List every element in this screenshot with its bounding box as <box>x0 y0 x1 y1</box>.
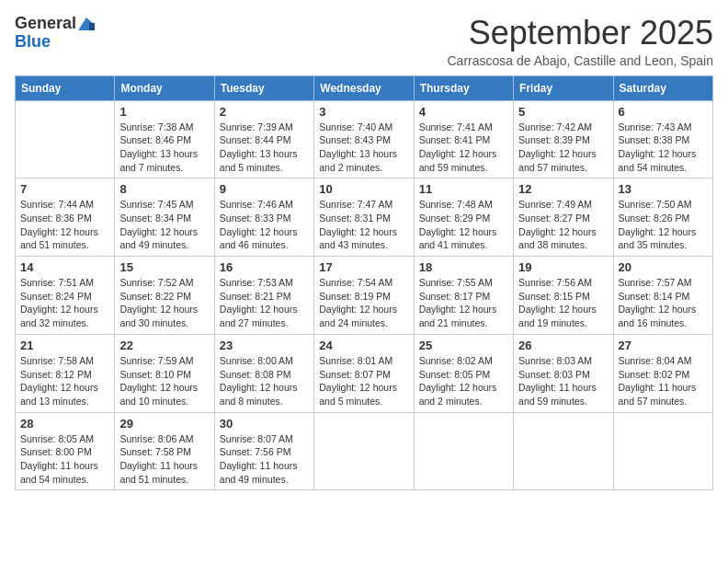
day-info: Sunrise: 7:43 AMSunset: 8:38 PMDaylight:… <box>619 121 708 175</box>
table-row: 25Sunrise: 8:02 AMSunset: 8:05 PMDayligh… <box>414 334 513 412</box>
col-saturday: Saturday <box>613 75 712 100</box>
table-row: 8Sunrise: 7:45 AMSunset: 8:34 PMDaylight… <box>115 178 214 257</box>
logo: General Blue <box>15 15 97 52</box>
day-info: Sunrise: 7:50 AMSunset: 8:26 PMDaylight:… <box>619 198 708 252</box>
day-number: 24 <box>319 339 408 352</box>
day-number: 18 <box>419 260 508 274</box>
subtitle: Carrascosa de Abajo, Castille and Leon, … <box>447 53 713 68</box>
day-number: 6 <box>619 105 708 119</box>
calendar-week-row: 28Sunrise: 8:05 AMSunset: 8:00 PMDayligh… <box>16 412 713 490</box>
day-info: Sunrise: 7:46 AMSunset: 8:33 PMDaylight:… <box>220 198 309 252</box>
title-block: September 2025 Carrascosa de Abajo, Cast… <box>447 15 713 68</box>
table-row <box>16 100 115 178</box>
calendar-table: Sunday Monday Tuesday Wednesday Thursday… <box>15 75 713 491</box>
day-info: Sunrise: 7:51 AMSunset: 8:24 PMDaylight:… <box>20 276 109 330</box>
day-info: Sunrise: 7:52 AMSunset: 8:22 PMDaylight:… <box>119 276 209 330</box>
header: General Blue September 2025 Carrascosa d… <box>15 15 713 68</box>
col-thursday: Thursday <box>414 75 513 100</box>
svg-marker-1 <box>89 23 95 30</box>
day-info: Sunrise: 7:56 AMSunset: 8:15 PMDaylight:… <box>518 276 608 330</box>
day-info: Sunrise: 7:40 AMSunset: 8:43 PMDaylight:… <box>319 121 408 175</box>
col-wednesday: Wednesday <box>314 75 414 100</box>
day-info: Sunrise: 8:05 AMSunset: 8:00 PMDaylight:… <box>20 432 109 487</box>
day-info: Sunrise: 8:07 AMSunset: 7:56 PMDaylight:… <box>220 432 309 487</box>
day-number: 30 <box>220 417 309 431</box>
day-info: Sunrise: 7:55 AMSunset: 8:17 PMDaylight:… <box>419 276 508 330</box>
table-row: 13Sunrise: 7:50 AMSunset: 8:26 PMDayligh… <box>613 178 712 257</box>
day-number: 16 <box>220 260 309 274</box>
day-info: Sunrise: 7:47 AMSunset: 8:31 PMDaylight:… <box>319 198 408 252</box>
day-number: 7 <box>20 182 109 196</box>
table-row: 24Sunrise: 8:01 AMSunset: 8:07 PMDayligh… <box>314 334 414 412</box>
logo-general-text: General <box>15 15 76 33</box>
table-row: 5Sunrise: 7:42 AMSunset: 8:39 PMDaylight… <box>514 100 613 178</box>
day-number: 19 <box>518 260 608 274</box>
table-row: 15Sunrise: 7:52 AMSunset: 8:22 PMDayligh… <box>115 257 214 335</box>
day-number: 4 <box>419 105 508 119</box>
day-number: 21 <box>20 339 109 352</box>
day-info: Sunrise: 7:44 AMSunset: 8:36 PMDaylight:… <box>20 198 109 252</box>
day-info: Sunrise: 7:53 AMSunset: 8:21 PMDaylight:… <box>220 276 309 330</box>
table-row: 21Sunrise: 7:58 AMSunset: 8:12 PMDayligh… <box>16 334 115 412</box>
day-info: Sunrise: 7:42 AMSunset: 8:39 PMDaylight:… <box>518 121 608 175</box>
day-number: 23 <box>220 339 309 352</box>
day-number: 8 <box>119 182 209 196</box>
calendar-week-row: 14Sunrise: 7:51 AMSunset: 8:24 PMDayligh… <box>16 257 713 335</box>
day-info: Sunrise: 7:39 AMSunset: 8:44 PMDaylight:… <box>220 121 309 175</box>
table-row <box>414 412 513 490</box>
logo-icon <box>76 16 97 32</box>
col-tuesday: Tuesday <box>214 75 313 100</box>
day-info: Sunrise: 8:04 AMSunset: 8:02 PMDaylight:… <box>619 354 708 408</box>
day-info: Sunrise: 7:49 AMSunset: 8:27 PMDaylight:… <box>518 198 608 252</box>
day-number: 11 <box>419 182 508 196</box>
table-row: 1Sunrise: 7:38 AMSunset: 8:46 PMDaylight… <box>115 100 214 178</box>
day-info: Sunrise: 8:02 AMSunset: 8:05 PMDaylight:… <box>419 354 508 408</box>
table-row: 3Sunrise: 7:40 AMSunset: 8:43 PMDaylight… <box>314 100 414 178</box>
table-row: 30Sunrise: 8:07 AMSunset: 7:56 PMDayligh… <box>214 412 313 490</box>
table-row: 18Sunrise: 7:55 AMSunset: 8:17 PMDayligh… <box>414 257 513 335</box>
day-info: Sunrise: 7:58 AMSunset: 8:12 PMDaylight:… <box>20 354 109 408</box>
table-row: 12Sunrise: 7:49 AMSunset: 8:27 PMDayligh… <box>514 178 613 257</box>
table-row: 20Sunrise: 7:57 AMSunset: 8:14 PMDayligh… <box>613 257 712 335</box>
table-row: 17Sunrise: 7:54 AMSunset: 8:19 PMDayligh… <box>314 257 414 335</box>
day-number: 5 <box>518 105 608 119</box>
day-number: 1 <box>119 105 209 119</box>
day-number: 29 <box>119 417 209 431</box>
day-info: Sunrise: 8:06 AMSunset: 7:58 PMDaylight:… <box>119 432 209 487</box>
day-number: 17 <box>319 260 408 274</box>
day-number: 27 <box>619 339 708 352</box>
logo-blue-text: Blue <box>15 33 51 52</box>
table-row: 19Sunrise: 7:56 AMSunset: 8:15 PMDayligh… <box>514 257 613 335</box>
table-row <box>314 412 414 490</box>
col-sunday: Sunday <box>16 75 115 100</box>
day-number: 14 <box>20 260 109 274</box>
table-row: 9Sunrise: 7:46 AMSunset: 8:33 PMDaylight… <box>214 178 313 257</box>
calendar-week-row: 1Sunrise: 7:38 AMSunset: 8:46 PMDaylight… <box>16 100 713 178</box>
calendar-week-row: 7Sunrise: 7:44 AMSunset: 8:36 PMDaylight… <box>16 178 713 257</box>
day-number: 3 <box>319 105 408 119</box>
table-row: 7Sunrise: 7:44 AMSunset: 8:36 PMDaylight… <box>16 178 115 257</box>
table-row: 29Sunrise: 8:06 AMSunset: 7:58 PMDayligh… <box>115 412 214 490</box>
day-number: 13 <box>619 182 708 196</box>
day-info: Sunrise: 7:45 AMSunset: 8:34 PMDaylight:… <box>119 198 209 252</box>
day-number: 10 <box>319 182 408 196</box>
table-row: 11Sunrise: 7:48 AMSunset: 8:29 PMDayligh… <box>414 178 513 257</box>
day-number: 25 <box>419 339 508 352</box>
table-row: 16Sunrise: 7:53 AMSunset: 8:21 PMDayligh… <box>214 257 313 335</box>
day-info: Sunrise: 7:48 AMSunset: 8:29 PMDaylight:… <box>419 198 508 252</box>
day-info: Sunrise: 8:03 AMSunset: 8:03 PMDaylight:… <box>518 354 608 408</box>
day-info: Sunrise: 8:00 AMSunset: 8:08 PMDaylight:… <box>220 354 309 408</box>
table-row: 6Sunrise: 7:43 AMSunset: 8:38 PMDaylight… <box>613 100 712 178</box>
day-number: 28 <box>20 417 109 431</box>
day-number: 20 <box>619 260 708 274</box>
table-row <box>514 412 613 490</box>
table-row: 23Sunrise: 8:00 AMSunset: 8:08 PMDayligh… <box>214 334 313 412</box>
col-friday: Friday <box>514 75 613 100</box>
day-info: Sunrise: 7:41 AMSunset: 8:41 PMDaylight:… <box>419 121 508 175</box>
table-row <box>613 412 712 490</box>
table-row: 27Sunrise: 8:04 AMSunset: 8:02 PMDayligh… <box>613 334 712 412</box>
day-number: 22 <box>119 339 209 352</box>
day-info: Sunrise: 7:57 AMSunset: 8:14 PMDaylight:… <box>619 276 708 330</box>
page-container: General Blue September 2025 Carrascosa d… <box>15 15 713 490</box>
day-number: 2 <box>220 105 309 119</box>
